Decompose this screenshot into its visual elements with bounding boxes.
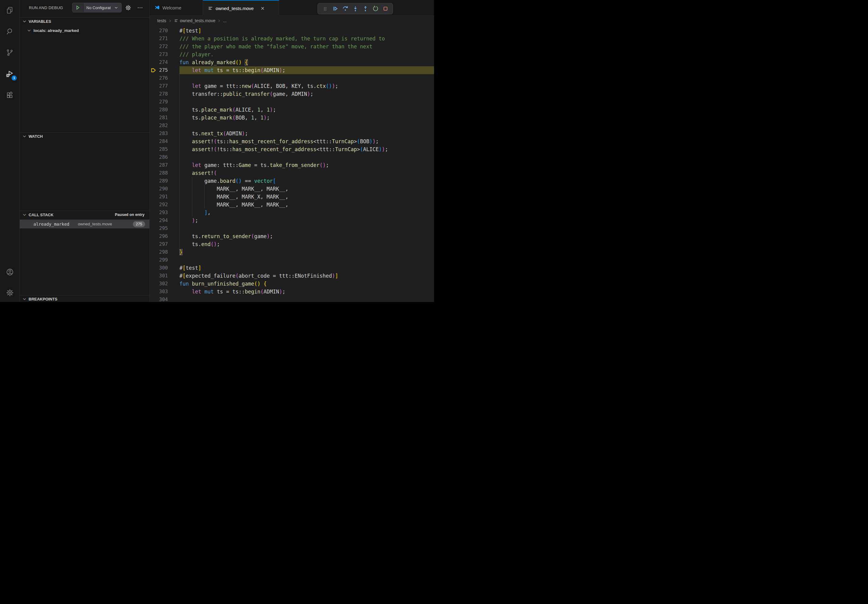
code-line[interactable]: 272/// the player who made the "false" m… <box>150 43 434 51</box>
tab-welcome[interactable]: Welcome <box>150 0 203 15</box>
code-line[interactable]: 297 ts.end(); <box>150 240 434 248</box>
section-call-stack[interactable]: CALL STACK Paused on entry <box>20 211 149 218</box>
source-control-icon[interactable] <box>0 45 19 60</box>
line-number[interactable]: 296 <box>150 232 168 240</box>
debug-stop-icon[interactable] <box>382 5 389 12</box>
debug-continue-icon[interactable] <box>332 5 339 12</box>
breadcrumb-folder[interactable]: tests <box>157 18 166 23</box>
line-number[interactable]: 298 <box>150 248 168 256</box>
line-number[interactable]: 280 <box>150 106 168 114</box>
line-number[interactable]: 284 <box>150 138 168 146</box>
code-line[interactable]: 273/// player. <box>150 51 434 58</box>
code-line[interactable]: 281 ts.place_mark(BOB, 1, 1); <box>150 114 434 122</box>
line-number[interactable]: 273 <box>150 51 168 58</box>
line-number[interactable]: 276 <box>150 74 168 82</box>
code-line[interactable]: 279 <box>150 98 434 106</box>
code-line[interactable]: 293 ], <box>150 209 434 217</box>
line-number[interactable]: 299 <box>150 256 168 264</box>
code-editor[interactable]: 270#[test]271/// When a position is alre… <box>150 26 434 302</box>
code-line[interactable]: 271/// When a position is already marked… <box>150 35 434 43</box>
line-number[interactable]: 275 <box>150 66 168 74</box>
code-line[interactable]: 291 MARK__, MARK_X, MARK__, <box>150 193 434 201</box>
breadcrumb-file[interactable]: owned_tests.move <box>180 18 215 23</box>
debug-step-into-icon[interactable] <box>352 5 359 12</box>
line-number[interactable]: 286 <box>150 153 168 161</box>
code-line[interactable]: 302fun burn_unfinished_game() { <box>150 280 434 288</box>
line-number[interactable]: 294 <box>150 217 168 225</box>
start-debug-button[interactable] <box>72 3 84 12</box>
code-line[interactable]: 275 let mut ts = ts::begin(ADMIN); <box>150 66 434 74</box>
stack-frame-row[interactable]: already_marked owned_tests.move 275 <box>20 220 149 228</box>
extensions-icon[interactable] <box>0 88 19 102</box>
code-line[interactable]: 276 <box>150 74 434 82</box>
line-number[interactable]: 292 <box>150 201 168 209</box>
line-number[interactable]: 278 <box>150 90 168 98</box>
code-line[interactable]: 283 ts.next_tx(ADMIN); <box>150 130 434 138</box>
code-line[interactable]: 286 <box>150 153 434 161</box>
code-line[interactable]: 289 game.board() == vector[ <box>150 177 434 185</box>
line-number[interactable]: 285 <box>150 146 168 153</box>
code-line[interactable]: 303 let mut ts = ts::begin(ADMIN); <box>150 288 434 296</box>
line-number[interactable]: 270 <box>150 27 168 35</box>
close-tab-icon[interactable] <box>260 6 265 10</box>
code-line[interactable]: 295 <box>150 225 434 232</box>
debug-step-over-icon[interactable] <box>341 5 349 12</box>
code-line[interactable]: 282 <box>150 122 434 130</box>
line-number[interactable]: 282 <box>150 122 168 130</box>
code-line[interactable]: 287 let game: ttt::Game = ts.take_from_s… <box>150 161 434 169</box>
section-breakpoints[interactable]: BREAKPOINTS <box>20 295 149 302</box>
section-watch[interactable]: WATCH <box>20 132 149 140</box>
line-number[interactable]: 297 <box>150 240 168 248</box>
code-line[interactable]: 270#[test] <box>150 27 434 35</box>
line-number[interactable]: 281 <box>150 114 168 122</box>
accounts-icon[interactable] <box>0 265 19 279</box>
code-line[interactable]: 298} <box>150 248 434 256</box>
run-and-debug-icon[interactable]: 1 <box>0 67 19 81</box>
line-number[interactable]: 277 <box>150 82 168 90</box>
line-number[interactable]: 279 <box>150 98 168 106</box>
code-line[interactable]: 284 assert!(ts::has_most_recent_for_addr… <box>150 138 434 146</box>
toolbar-drag-grip[interactable] <box>321 5 329 12</box>
debug-step-out-icon[interactable] <box>362 5 369 12</box>
tab-owned-tests-move[interactable]: owned_tests.move <box>203 0 279 16</box>
explorer-icon[interactable] <box>0 3 19 18</box>
line-number[interactable]: 291 <box>150 193 168 201</box>
line-number[interactable]: 303 <box>150 288 168 296</box>
line-number[interactable]: 301 <box>150 272 168 280</box>
line-number[interactable]: 271 <box>150 35 168 43</box>
code-line[interactable]: 288 assert!( <box>150 169 434 177</box>
code-line[interactable]: 290 MARK__, MARK__, MARK__, <box>150 185 434 193</box>
line-number[interactable]: 295 <box>150 225 168 232</box>
line-number[interactable]: 293 <box>150 209 168 217</box>
code-line[interactable]: 280 ts.place_mark(ALICE, 1, 1); <box>150 106 434 114</box>
code-line[interactable]: 304 <box>150 296 434 302</box>
line-number[interactable]: 300 <box>150 264 168 272</box>
code-line[interactable]: 296 ts.return_to_sender(game); <box>150 232 434 240</box>
variables-locals-row[interactable]: locals: already_marked <box>20 27 149 34</box>
code-line[interactable]: 277 let game = ttt::new(ALICE, BOB, KEY,… <box>150 82 434 90</box>
line-number[interactable]: 274 <box>150 58 168 66</box>
code-line[interactable]: 299 <box>150 256 434 264</box>
settings-gear-icon[interactable] <box>0 285 19 300</box>
line-number[interactable]: 272 <box>150 43 168 51</box>
code-line[interactable]: 301#[expected_failure(abort_code = ttt::… <box>150 272 434 280</box>
debug-settings-gear-icon[interactable] <box>125 5 132 11</box>
launch-config-dropdown[interactable]: No Configurat <box>72 3 122 12</box>
line-number[interactable]: 287 <box>150 161 168 169</box>
debug-restart-icon[interactable] <box>372 5 379 12</box>
code-line[interactable]: 292 MARK__, MARK__, MARK__, <box>150 201 434 209</box>
section-variables[interactable]: VARIABLES <box>20 17 149 25</box>
line-number[interactable]: 288 <box>150 169 168 177</box>
code-line[interactable]: 274fun already_marked() { <box>150 58 434 66</box>
code-line[interactable]: 278 transfer::public_transfer(game, ADMI… <box>150 90 434 98</box>
more-actions-icon[interactable] <box>137 5 143 11</box>
code-line[interactable]: 285 assert!(!ts::has_most_recent_for_add… <box>150 146 434 153</box>
code-line[interactable]: 294 ); <box>150 217 434 225</box>
breadcrumb-symbol[interactable]: ... <box>223 18 226 23</box>
line-number[interactable]: 289 <box>150 177 168 185</box>
search-icon[interactable] <box>0 24 19 39</box>
code-line[interactable]: 300#[test] <box>150 264 434 272</box>
line-number[interactable]: 304 <box>150 296 168 302</box>
line-number[interactable]: 302 <box>150 280 168 288</box>
line-number[interactable]: 283 <box>150 130 168 138</box>
